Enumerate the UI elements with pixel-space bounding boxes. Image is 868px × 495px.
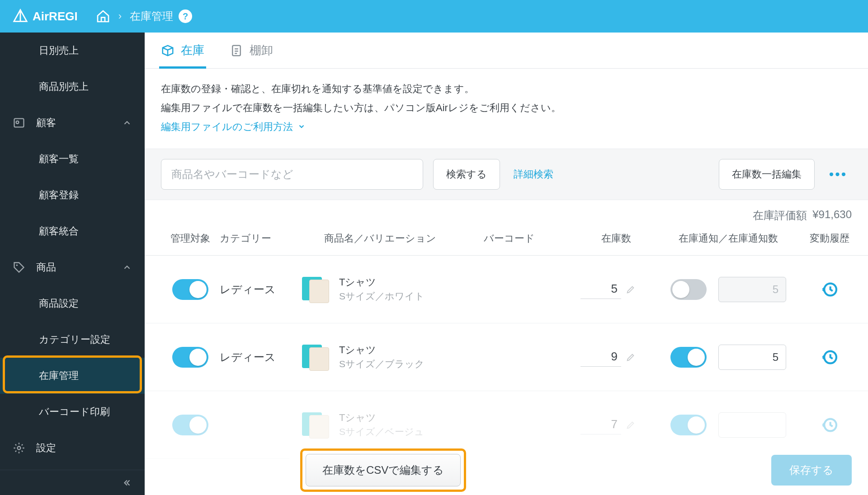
gear-icon [13, 442, 25, 454]
notify-threshold-input[interactable] [718, 345, 786, 370]
sidebar-item-customers[interactable]: 顧客 [0, 105, 145, 141]
tabs: 在庫 棚卸 [145, 33, 868, 69]
sidebar-item-customer-merge[interactable]: 顧客統合 [0, 213, 145, 249]
sidebar-item-product-sales[interactable]: 商品別売上 [0, 69, 145, 105]
home-icon[interactable] [96, 9, 110, 23]
search-bar: 検索する 詳細検索 在庫数一括編集 ••• [145, 149, 868, 200]
pencil-icon[interactable] [626, 352, 636, 362]
intro-text: 在庫数の登録・確認と、在庫切れを通知する基準値を設定できます。 編集用ファイルで… [145, 69, 868, 149]
app-logo[interactable]: AirREGI [13, 9, 78, 24]
col-stock: 在庫数 [559, 232, 649, 245]
col-history: 変動履歴 [807, 232, 852, 245]
pencil-icon[interactable] [626, 420, 636, 430]
cell-variation: Sサイズ／ホワイト [339, 289, 425, 304]
chevron-up-icon [122, 262, 132, 272]
sidebar-item-customer-list[interactable]: 顧客一覧 [0, 141, 145, 177]
tag-icon [13, 261, 25, 274]
header: AirREGI › 在庫管理 ? [0, 0, 868, 33]
more-menu-button[interactable]: ••• [825, 159, 852, 190]
history-icon[interactable] [821, 348, 839, 366]
file-usage-link[interactable]: 編集用ファイルのご利用方法 [161, 117, 306, 136]
history-icon[interactable] [821, 416, 839, 434]
cell-variation: Sサイズ／ベージュ [339, 425, 424, 439]
svg-point-2 [16, 265, 18, 266]
breadcrumb-separator: › [118, 10, 122, 22]
tab-stocktaking[interactable]: 棚卸 [230, 33, 273, 68]
logo-icon [13, 9, 28, 24]
sidebar-item-category-settings[interactable]: カテゴリー設定 [0, 322, 145, 358]
box-icon [161, 44, 175, 57]
svg-point-1 [16, 121, 19, 124]
sidebar-item-products[interactable]: 商品 [0, 249, 145, 285]
col-category: カテゴリー [220, 232, 301, 245]
save-button[interactable]: 保存する [771, 455, 852, 486]
csv-edit-button[interactable]: 在庫数をCSVで編集する [306, 454, 461, 486]
sidebar: 日別売上 商品別売上 顧客 顧客一覧 顧客登録 顧客統合 商品 商品設定 カテゴ [0, 33, 145, 495]
manage-toggle[interactable] [172, 279, 208, 300]
stock-value[interactable]: 7 [580, 416, 621, 434]
table-header: 管理対象 カテゴリー 商品名／バリエーション バーコード 在庫数 在庫通知／在庫… [145, 227, 868, 256]
product-thumbnail [301, 275, 330, 304]
col-name: 商品名／バリエーション [301, 232, 459, 245]
col-notify: 在庫通知／在庫通知数 [649, 232, 807, 245]
cell-product-name: Tシャツ [339, 343, 425, 357]
notify-toggle[interactable] [670, 279, 707, 300]
product-thumbnail [301, 343, 330, 372]
cell-category: レディース [220, 350, 301, 364]
chevron-left-double-icon [122, 478, 132, 488]
notify-threshold-input [718, 277, 786, 302]
stock-value[interactable]: 5 [580, 280, 621, 299]
search-button[interactable]: 検索する [433, 159, 500, 190]
col-barcode: バーコード [459, 232, 559, 245]
app-name: AirREGI [33, 9, 78, 23]
advanced-search-link[interactable]: 詳細検索 [514, 168, 553, 181]
cell-variation: Sサイズ／ブラック [339, 357, 425, 371]
stock-value[interactable]: 9 [580, 348, 621, 367]
sidebar-item-daily-sales[interactable]: 日別売上 [0, 33, 145, 69]
chevron-down-icon [297, 122, 306, 131]
search-input[interactable] [161, 159, 423, 190]
valuation-row: 在庫評価額 ¥91,630 [145, 200, 868, 227]
sidebar-item-settings[interactable]: 設定 [0, 430, 145, 466]
sidebar-collapse[interactable] [0, 470, 145, 495]
sidebar-item-customer-register[interactable]: 顧客登録 [0, 177, 145, 213]
table-row: レディース Tシャツ Sサイズ／ブラック 9 [145, 323, 868, 391]
product-thumbnail [301, 411, 330, 439]
pencil-icon[interactable] [626, 285, 636, 294]
col-target: 管理対象 [161, 232, 220, 245]
history-icon[interactable] [821, 280, 839, 299]
bulk-edit-button[interactable]: 在庫数一括編集 [719, 159, 815, 190]
cell-product-name: Tシャツ [339, 276, 425, 289]
clipboard-icon [230, 44, 243, 57]
sidebar-item-barcode-print[interactable]: バーコード印刷 [0, 394, 145, 430]
sidebar-item-product-settings[interactable]: 商品設定 [0, 285, 145, 322]
contact-icon [13, 117, 25, 129]
tab-stock[interactable]: 在庫 [161, 33, 204, 68]
footer-bar: 在庫数をCSVで編集する 保存する [289, 445, 868, 495]
manage-toggle[interactable] [172, 347, 208, 368]
notify-toggle[interactable] [670, 347, 707, 368]
manage-toggle[interactable] [172, 415, 208, 435]
chevron-up-icon [122, 118, 132, 128]
sidebar-item-inventory[interactable]: 在庫管理 [0, 358, 145, 394]
cell-category: レディース [220, 282, 301, 297]
help-icon[interactable]: ? [179, 9, 192, 23]
valuation-value: ¥91,630 [812, 208, 852, 223]
breadcrumb-current: 在庫管理 [130, 9, 173, 23]
notify-threshold-input[interactable] [718, 412, 786, 438]
cell-product-name: Tシャツ [339, 411, 424, 425]
main-content: 在庫 棚卸 在庫数の登録・確認と、在庫切れを通知する基準値を設定できます。 編集… [145, 33, 868, 495]
svg-point-3 [18, 447, 21, 450]
table-row: レディース Tシャツ Sサイズ／ホワイト 5 [145, 256, 868, 323]
notify-toggle[interactable] [670, 415, 707, 435]
valuation-label: 在庫評価額 [753, 208, 807, 223]
